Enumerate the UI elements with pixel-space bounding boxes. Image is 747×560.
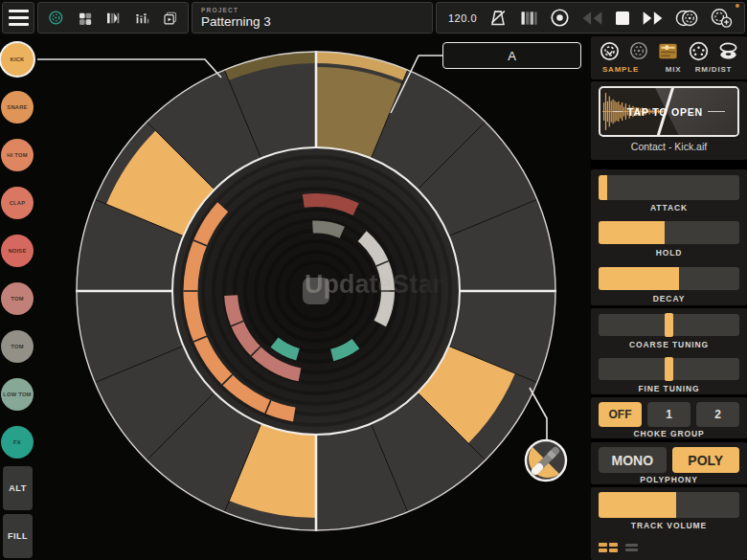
fast-forward-icon[interactable] — [642, 9, 665, 28]
sample-section: TAP TO OPEN Contact - Kick.aif — [591, 81, 747, 160]
kit-icon[interactable] — [599, 40, 621, 62]
patterns-icon[interactable] — [675, 8, 699, 29]
track-button-snare[interactable]: SNARE — [1, 91, 34, 123]
arrange-view-icon[interactable] — [105, 8, 121, 29]
track-volume-slider[interactable] — [599, 492, 739, 518]
poly-button[interactable]: POLY — [672, 447, 740, 473]
draw-tool-badge[interactable] — [526, 440, 566, 481]
hold-slider[interactable] — [599, 221, 739, 244]
choke-group-label: CHOKE GROUP — [591, 429, 747, 438]
panel-page-1-indicator[interactable] — [599, 543, 618, 552]
decay-slider[interactable] — [599, 267, 739, 290]
tab-mix[interactable]: MIX — [666, 65, 682, 74]
sample-file-name: Contact - Kick.aif — [591, 141, 747, 152]
track-button-clap[interactable]: CLAP — [1, 187, 34, 219]
sample-tab-icon[interactable] — [657, 40, 679, 62]
tap-to-open-label: TAP TO OPEN — [627, 106, 703, 118]
badge-callout-line — [530, 388, 547, 440]
toolbar: PROJECT Patterning 3 120.0 — [0, 0, 747, 35]
project-selector[interactable]: PROJECT Patterning 3 — [192, 2, 433, 34]
track-button-fx[interactable]: FX — [1, 426, 34, 459]
notification-dot — [736, 4, 739, 8]
drum-view-icon[interactable] — [48, 7, 64, 29]
sample-open-button[interactable]: TAP TO OPEN — [599, 86, 739, 137]
fine-tuning-slider[interactable] — [599, 358, 739, 380]
pattern-chain-icon[interactable] — [519, 8, 538, 29]
panel-tabs: SAMPLE MIX RM/DIST — [591, 36, 747, 79]
track-button-noise[interactable]: NOISE — [1, 235, 34, 267]
tuning-section: COARSE TUNING FINE TUNING — [591, 308, 747, 394]
record-icon[interactable] — [549, 7, 571, 29]
tab-rmdist[interactable]: RM/DIST — [695, 65, 733, 74]
attack-label: ATTACK — [591, 203, 747, 213]
song-view-icon[interactable] — [163, 8, 178, 29]
decay-label: DECAY — [591, 294, 747, 303]
sequencer-svg — [0, 35, 591, 560]
project-label: PROJECT — [201, 7, 238, 13]
tap-line-left — [613, 111, 622, 113]
pattern-select-button[interactable]: A — [442, 42, 581, 69]
center-square — [303, 278, 329, 304]
volume-section: TRACK VOLUME — [591, 487, 747, 560]
track-sidebar: KICK SNARE HI TOM CLAP NOISE TOM TOM LOW… — [0, 35, 38, 560]
metronome-icon[interactable] — [487, 8, 509, 29]
tap-line-right — [708, 111, 725, 113]
ring-icon[interactable] — [628, 40, 649, 61]
kick-callout-line — [36, 59, 221, 78]
envelope-section: ATTACK HOLD DECAY — [591, 169, 747, 305]
sequencer-area: UpdateStar A — [0, 35, 591, 560]
polyphony-label: POLYPHONY — [591, 475, 747, 484]
tempo-display[interactable]: 120.0 — [448, 12, 477, 24]
tab-sample[interactable]: SAMPLE — [602, 65, 639, 74]
app-window: PROJECT Patterning 3 120.0 — [0, 0, 747, 560]
add-pattern-icon[interactable] — [710, 7, 733, 29]
track-button-hitom[interactable]: HI TOM — [1, 139, 34, 171]
pattern-label: A — [508, 49, 516, 63]
menu-icon — [9, 10, 29, 26]
fine-tuning-label: FINE TUNING — [591, 384, 747, 393]
midi-icon[interactable] — [688, 40, 710, 62]
mixer-view-icon[interactable] — [134, 8, 149, 29]
pads-view-icon[interactable] — [78, 8, 93, 29]
choke-1-button[interactable]: 1 — [647, 402, 690, 427]
track-button-tom2[interactable]: TOM — [1, 330, 34, 363]
choke-section: OFF 1 2 CHOKE GROUP — [591, 397, 747, 438]
mono-button[interactable]: MONO — [599, 447, 667, 473]
rewind-icon[interactable] — [580, 9, 603, 28]
stop-icon[interactable] — [614, 10, 631, 27]
coarse-tuning-slider[interactable] — [599, 314, 739, 336]
track-volume-label: TRACK VOLUME — [591, 521, 747, 530]
track-button-tom[interactable]: TOM — [1, 282, 34, 315]
polyphony-section: MONO POLY POLYPHONY — [591, 442, 747, 484]
hold-label: HOLD — [591, 248, 747, 258]
track-button-kick[interactable]: KICK — [1, 43, 34, 76]
discs-icon[interactable] — [717, 40, 739, 62]
alt-button[interactable]: ALT — [3, 466, 33, 510]
menu-button[interactable] — [2, 2, 34, 34]
attack-slider[interactable] — [599, 175, 739, 200]
panel-page-2-indicator[interactable] — [625, 544, 638, 551]
track-button-lowtom[interactable]: LOW TOM — [1, 378, 34, 411]
fill-button[interactable]: FILL — [3, 514, 33, 558]
choke-off-button[interactable]: OFF — [599, 402, 642, 427]
coarse-tuning-label: COARSE TUNING — [591, 340, 747, 349]
sound-panel: SAMPLE MIX RM/DIST TAP TO OPEN Contact -… — [591, 35, 747, 560]
choke-2-button[interactable]: 2 — [696, 402, 739, 427]
project-name: Patterning 3 — [201, 14, 271, 29]
